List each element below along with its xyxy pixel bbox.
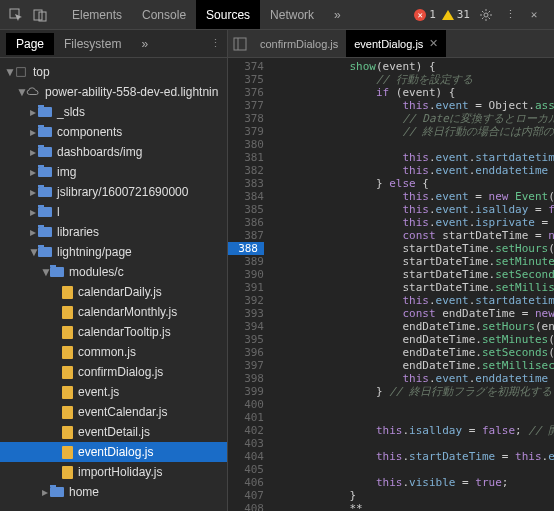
tree-label: calendarTooltip.js (78, 325, 171, 339)
tree-folder[interactable]: ▸dashboards/img (0, 142, 227, 162)
tree-file[interactable]: common.js (0, 342, 227, 362)
kebab-icon[interactable]: ⋮ (500, 5, 520, 25)
tree-file-selected[interactable]: eventDialog.js (0, 442, 227, 462)
js-file-icon (62, 406, 73, 419)
folder-icon (38, 187, 52, 197)
tree-folder[interactable]: ▸_slds (0, 102, 227, 122)
folder-icon (38, 107, 52, 117)
folder-icon (38, 167, 52, 177)
tree-label: home (69, 485, 99, 499)
editor-tab-eventdialog[interactable]: eventDialog.js✕ (346, 30, 446, 57)
navigator-sidebar: Page Filesystem » ⋮ ▼top ▼power-ability-… (0, 30, 228, 511)
tree-folder[interactable]: ▸jslibrary/1600721690000 (0, 182, 227, 202)
gear-icon[interactable] (476, 5, 496, 25)
tree-folder[interactable]: ▸img (0, 162, 227, 182)
tree-label: confirmDialog.js (78, 365, 163, 379)
svg-point-3 (484, 13, 488, 17)
folder-icon (50, 487, 64, 497)
warning-triangle-icon (442, 10, 454, 20)
tree-file[interactable]: eventDetail.js (0, 422, 227, 442)
frame-icon (14, 67, 28, 77)
tree-label: dashboards/img (57, 145, 142, 159)
svg-rect-5 (234, 38, 246, 50)
tree-file[interactable]: calendarTooltip.js (0, 322, 227, 342)
tree-label: _slds (57, 105, 85, 119)
error-badge[interactable]: ✕ 1 (414, 8, 436, 21)
editor-nav-icon[interactable] (228, 37, 252, 51)
close-icon[interactable]: ✕ (524, 5, 544, 25)
panel-tab-sources[interactable]: Sources (196, 0, 260, 29)
code-area[interactable]: 3743753763773783793803813823833843853863… (228, 58, 554, 511)
warning-count: 31 (457, 8, 470, 21)
folder-icon (38, 127, 52, 137)
tree-file[interactable]: importHoliday.js (0, 462, 227, 482)
device-icon[interactable] (30, 5, 50, 25)
tree-domain[interactable]: ▼power-ability-558-dev-ed.lightnin (0, 82, 227, 102)
svg-rect-4 (17, 68, 26, 77)
tree-label: l (57, 205, 60, 219)
inspect-icon[interactable] (6, 5, 26, 25)
tree-label: calendarMonthly.js (78, 305, 177, 319)
file-tree: ▼top ▼power-ability-558-dev-ed.lightnin … (0, 58, 227, 502)
panel-overflow-icon[interactable]: » (324, 0, 351, 29)
tab-label: eventDialog.js (354, 38, 423, 50)
navigator-tab-filesystem[interactable]: Filesystem (54, 33, 131, 55)
tree-label: jslibrary/1600721690000 (57, 185, 188, 199)
tree-label: eventDetail.js (78, 425, 150, 439)
source-editor: confirmDialog.js eventDialog.js✕ 3743753… (228, 30, 554, 511)
tree-label: power-ability-558-dev-ed.lightnin (45, 85, 218, 99)
js-file-icon (62, 306, 73, 319)
folder-icon (38, 207, 52, 217)
line-gutter[interactable]: 3743753763773783793803813823833843853863… (228, 58, 270, 511)
panel-tab-network[interactable]: Network (260, 0, 324, 29)
tree-file[interactable]: calendarDaily.js (0, 282, 227, 302)
tree-label: components (57, 125, 122, 139)
tree-label: modules/c (69, 265, 124, 279)
tree-folder[interactable]: ▸l (0, 202, 227, 222)
editor-tab-confirm[interactable]: confirmDialog.js (252, 30, 346, 57)
js-file-icon (62, 426, 73, 439)
tree-file[interactable]: eventCalendar.js (0, 402, 227, 422)
error-count: 1 (429, 8, 436, 21)
error-dot-icon: ✕ (414, 9, 426, 21)
editor-tabs: confirmDialog.js eventDialog.js✕ (228, 30, 554, 58)
navigator-tabs: Page Filesystem » ⋮ (0, 30, 227, 58)
warning-badge[interactable]: 31 (442, 8, 470, 21)
tree-label: event.js (78, 385, 119, 399)
close-tab-icon[interactable]: ✕ (429, 37, 438, 50)
tree-top[interactable]: ▼top (0, 62, 227, 82)
devtools-toolbar: Elements Console Sources Network » ✕ 1 3… (0, 0, 554, 30)
code-content[interactable]: show(event) { // 行動を設定する if (event) { th… (270, 58, 554, 511)
js-file-icon (62, 466, 73, 479)
panel-tab-console[interactable]: Console (132, 0, 196, 29)
tree-label: libraries (57, 225, 99, 239)
tree-label: top (33, 65, 50, 79)
tree-folder[interactable]: ▸libraries (0, 222, 227, 242)
tree-label: common.js (78, 345, 136, 359)
folder-icon (38, 227, 52, 237)
folder-icon (38, 247, 52, 257)
navigator-kebab-icon[interactable]: ⋮ (210, 37, 221, 50)
panel-tab-elements[interactable]: Elements (62, 0, 132, 29)
tree-folder[interactable]: ▸home (0, 482, 227, 502)
tree-label: lightning/page (57, 245, 132, 259)
tab-label: confirmDialog.js (260, 38, 338, 50)
tree-file[interactable]: confirmDialog.js (0, 362, 227, 382)
js-file-icon (62, 446, 73, 459)
tree-file[interactable]: event.js (0, 382, 227, 402)
js-file-icon (62, 286, 73, 299)
navigator-tab-page[interactable]: Page (6, 33, 54, 55)
tree-label: img (57, 165, 76, 179)
tree-folder[interactable]: ▸components (0, 122, 227, 142)
tree-label: eventCalendar.js (78, 405, 167, 419)
tree-file[interactable]: calendarMonthly.js (0, 302, 227, 322)
tree-label: eventDialog.js (78, 445, 153, 459)
tree-folder[interactable]: ▼lightning/page (0, 242, 227, 262)
tree-label: calendarDaily.js (78, 285, 162, 299)
cloud-icon (26, 87, 40, 97)
tree-folder[interactable]: ▼modules/c (0, 262, 227, 282)
js-file-icon (62, 386, 73, 399)
navigator-overflow-icon[interactable]: » (131, 33, 158, 55)
panel-tabs: Elements Console Sources Network » (62, 0, 351, 29)
folder-icon (50, 267, 64, 277)
